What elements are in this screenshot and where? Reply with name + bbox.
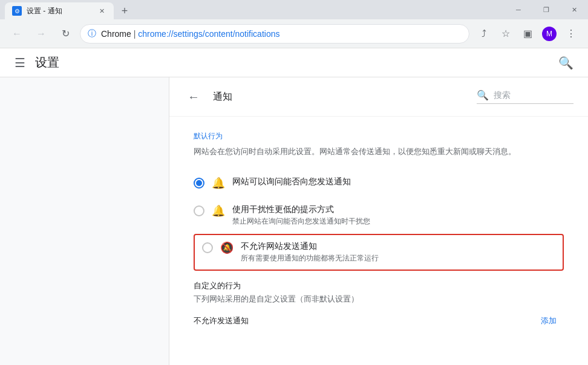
tab-favicon: ⚙ xyxy=(12,6,22,16)
default-behavior-label: 默认行为 xyxy=(194,131,564,141)
address-text: Chrome | chrome://settings/content/notif… xyxy=(101,29,462,39)
back-to-content-button[interactable]: ← xyxy=(184,87,203,106)
option-quiet-text: 使用干扰性更低的提示方式 禁止网站在询问能否向您发送通知时干扰您 xyxy=(232,204,564,227)
page-title: 设置 xyxy=(35,54,59,71)
content-area: ← 通知 🔍 搜索 默认行为 网站会在您访问时自动采用此设置。网站通常会传送通知… xyxy=(169,77,588,365)
main-content: ← 通知 🔍 搜索 默认行为 网站会在您访问时自动采用此设置。网站通常会传送通知… xyxy=(0,77,588,365)
share-button[interactable]: ⤴ xyxy=(474,24,494,44)
option-block-highlighted: 🔕 不允许网站发送通知 所有需要使用通知的功能都将无法正常运行 xyxy=(194,234,564,271)
titlebar: ⚙ 设置 - 通知 ✕ + ─ ❐ ✕ xyxy=(0,0,588,19)
menu-button[interactable]: ⋮ xyxy=(561,24,581,44)
block-notifications-label: 不允许发送通知 xyxy=(194,315,249,326)
block-notifications-row: 不允许发送通知 添加 xyxy=(194,312,564,330)
content-body: 默认行为 网站会在您访问时自动采用此设置。网站通常会传送通知，以便您知悉重大新闻… xyxy=(169,117,588,344)
option-block-text: 不允许网站发送通知 所有需要使用通知的功能都将无法正常运行 xyxy=(241,241,555,263)
option-block-main: 不允许网站发送通知 xyxy=(241,241,555,252)
split-button[interactable]: ▣ xyxy=(518,24,537,44)
hamburger-menu[interactable]: ☰ xyxy=(15,56,25,70)
bell-icon-allow: 🔔 xyxy=(212,176,225,190)
sidebar xyxy=(0,77,169,365)
settings-page: ☰ 设置 🔍 ← 通知 🔍 搜索 默认行为 网站会在您访问时自动采用此设置。网站… xyxy=(0,48,588,365)
search-field-icon: 🔍 xyxy=(477,89,489,101)
settings-header: ☰ 设置 🔍 xyxy=(0,48,588,77)
active-tab[interactable]: ⚙ 设置 - 通知 ✕ xyxy=(5,2,114,19)
profile-button[interactable]: M xyxy=(540,24,559,44)
bell-icon-quiet: 🔔 xyxy=(212,204,225,218)
address-bar[interactable]: ⓘ Chrome | chrome://settings/content/not… xyxy=(80,24,469,44)
bookmark-button[interactable]: ☆ xyxy=(496,24,515,44)
minimize-button[interactable]: ─ xyxy=(505,0,532,19)
close-button[interactable]: ✕ xyxy=(560,0,588,19)
option-allow[interactable]: 🔔 网站可以询问能否向您发送通知 xyxy=(194,169,564,197)
tab-area: ⚙ 设置 - 通知 ✕ + xyxy=(5,2,583,19)
radio-block[interactable] xyxy=(202,242,213,253)
add-button[interactable]: 添加 xyxy=(534,312,564,330)
default-behavior-desc: 网站会在您访问时自动采用此设置。网站通常会传送通知，以便您知悉重大新闻或聊天消息… xyxy=(194,146,564,157)
radio-quiet[interactable] xyxy=(194,205,204,216)
search-input[interactable]: 搜索 xyxy=(494,90,511,101)
forward-button[interactable]: → xyxy=(31,24,51,44)
option-quiet-sub: 禁止网站在询问能否向您发送通知时干扰您 xyxy=(232,216,564,227)
custom-behavior-label: 自定义的行为 xyxy=(194,280,564,291)
custom-behavior-desc: 下列网站采用的是自定义设置（而非默认设置） xyxy=(194,294,564,305)
tab-title: 设置 - 通知 xyxy=(27,6,92,16)
reload-button[interactable]: ↻ xyxy=(56,24,75,44)
toolbar-actions: ⤴ ☆ ▣ M ⋮ xyxy=(474,24,581,44)
search-field[interactable]: 🔍 搜索 xyxy=(477,89,573,104)
option-allow-text: 网站可以询问能否向您发送通知 xyxy=(232,176,564,189)
security-icon: ⓘ xyxy=(88,28,96,39)
tab-close-button[interactable]: ✕ xyxy=(97,6,106,16)
header-search-icon[interactable]: 🔍 xyxy=(558,56,573,70)
browser-toolbar: ← → ↻ ⓘ Chrome | chrome://settings/conte… xyxy=(0,19,588,48)
notifications-title: 通知 xyxy=(213,91,232,103)
option-block[interactable]: 🔕 不允许网站发送通知 所有需要使用通知的功能都将无法正常运行 xyxy=(202,241,555,263)
maximize-button[interactable]: ❐ xyxy=(532,0,560,19)
option-quiet[interactable]: 🔔 使用干扰性更低的提示方式 禁止网站在询问能否向您发送通知时干扰您 xyxy=(194,197,564,234)
new-tab-button[interactable]: + xyxy=(116,2,133,19)
option-block-sub: 所有需要使用通知的功能都将无法正常运行 xyxy=(241,253,555,263)
back-button[interactable]: ← xyxy=(7,24,27,44)
window-controls: ─ ❐ ✕ xyxy=(505,0,588,19)
option-allow-main: 网站可以询问能否向您发送通知 xyxy=(232,176,564,187)
radio-allow[interactable] xyxy=(194,178,204,189)
option-quiet-main: 使用干扰性更低的提示方式 xyxy=(232,204,564,215)
notifications-header: ← 通知 🔍 搜索 xyxy=(169,77,588,117)
bell-muted-icon: 🔕 xyxy=(220,241,234,254)
